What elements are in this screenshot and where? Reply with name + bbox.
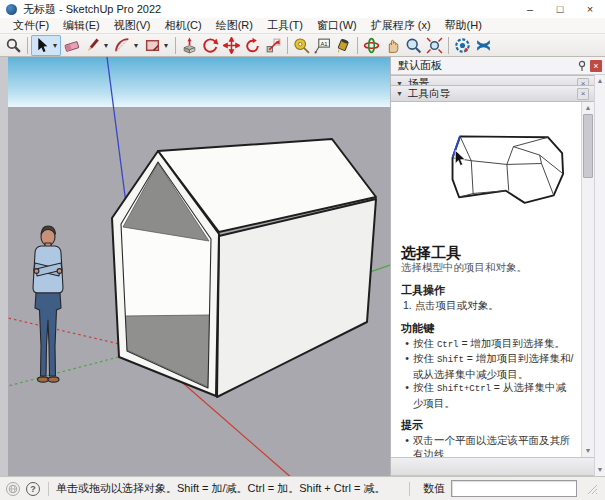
panel-scenes-label: 场景 [408,77,429,86]
tray-scrollbar[interactable]: ▲ ▼ [594,75,605,476]
measurement-input[interactable] [451,480,577,497]
instructor-section-heading: 功能键 [401,322,575,335]
orbit-tool-button[interactable] [361,35,382,56]
collapsed-panel-strip[interactable] [391,458,594,476]
tray-header[interactable]: 默认面板 × [391,57,605,75]
menu-item-0[interactable]: 文件(F) [6,18,56,33]
pin-icon[interactable] [577,60,587,72]
text-icon: A1 [314,37,331,54]
resize-grip[interactable] [587,484,597,494]
geolocation-icon[interactable] [6,482,20,496]
arc-icon [114,37,131,54]
menu-item-5[interactable]: 工具(T) [260,18,310,33]
offset-icon [202,37,219,54]
rotate-tool-button[interactable] [242,35,263,56]
default-tray: 默认面板 × ▼ 场景 × [390,57,605,476]
titlebar: 无标题 - SketchUp Pro 2022 – □ × [0,0,605,18]
text-tool-button[interactable]: A1 [312,35,333,56]
menu-item-7[interactable]: 扩展程序 (x) [364,18,438,33]
window-left-edge [0,57,8,476]
tape-measure-tool-button[interactable] [291,35,312,56]
menu-item-1[interactable]: 编辑(E) [56,18,107,33]
instructor-scrollbar[interactable]: ▲ ▼ [581,102,594,457]
menu-item-6[interactable]: 窗口(W) [310,18,364,33]
push-pull-icon [181,37,198,54]
tape-measure-icon [293,37,310,54]
arc-tool-button[interactable]: ▾ [112,35,142,56]
3d-viewport[interactable] [8,57,390,476]
sky [8,57,390,107]
eraser-icon [63,37,80,54]
instructor-panel: 选择工具 选择模型中的项目和对象。 工具操作1. 点击项目或对象。功能键•按住 … [391,102,594,458]
scroll-down-icon[interactable]: ▼ [585,447,592,455]
toolbar: ▾▾▾▾A1 [0,34,605,57]
line-icon [84,37,101,54]
instructor-section-heading: 工具操作 [401,284,575,297]
panel-scenes-bar[interactable]: ▼ 场景 × [391,75,594,85]
menu-item-8[interactable]: 帮助(H) [438,18,489,33]
3d-warehouse-tool-button[interactable] [473,35,494,56]
toolbar-separator [27,37,28,54]
line-tool-button[interactable]: ▾ [82,35,112,56]
statusbar-separator [409,482,410,496]
menubar: 文件(F)编辑(E)视图(V)相机(C)绘图(R)工具(T)窗口(W)扩展程序 … [0,18,605,34]
paint-bucket-tool-button[interactable] [333,35,354,56]
select-tool-button[interactable]: ▾ [31,35,61,56]
rectangle-tool-button[interactable]: ▾ [142,35,172,56]
minimize-button[interactable]: – [515,0,545,18]
zoom-tool-button[interactable] [403,35,424,56]
offset-tool-button[interactable] [200,35,221,56]
instructor-tool-title: 选择工具 [401,244,575,261]
arc-dropdown-arrow[interactable]: ▾ [131,41,140,50]
push-pull-tool-button[interactable] [179,35,200,56]
search-icon [5,37,22,54]
svg-text:A1: A1 [320,40,327,46]
panel-scenes-clipped: ▼ 场景 × [391,75,594,85]
measurement-label: 数值 [423,481,445,496]
instructor-section-heading: 提示 [401,419,575,432]
rectangle-icon [144,37,161,54]
panel-scenes-close-button[interactable]: × [577,78,589,86]
statusbar-separator [48,482,49,496]
instructor-item: •按住 Shift = 增加项目到选择集和/或从选择集中减少项目。 [401,352,575,381]
maximize-button[interactable]: □ [545,0,575,18]
select-icon [33,37,50,54]
menu-item-4[interactable]: 绘图(R) [209,18,260,33]
scale-tool-button[interactable] [263,35,284,56]
scroll-up-icon[interactable]: ▲ [585,104,592,112]
rectangle-dropdown-arrow[interactable]: ▾ [161,41,170,50]
scroll-up-icon[interactable]: ▲ [597,77,604,85]
toolbar-separator [287,37,288,54]
panel-instructor-close-button[interactable]: × [577,88,589,100]
scroll-down-icon[interactable]: ▼ [597,466,604,474]
menu-item-3[interactable]: 相机(C) [157,18,208,33]
3d-warehouse-icon [475,37,492,54]
app-icon [6,4,17,15]
pan-tool-button[interactable] [382,35,403,56]
instructor-tool-desc: 选择模型中的项目和对象。 [401,261,575,274]
panel-instructor-bar[interactable]: ▼ 工具向导 × [391,85,594,102]
extension-warehouse-tool-button[interactable] [452,35,473,56]
scale-icon [265,37,282,54]
scrollbar-thumb[interactable] [583,114,593,178]
statusbar: ? 单击或拖动以选择对象。Shift = 加/减。Ctrl = 加。Shift … [0,476,605,500]
move-icon [223,37,240,54]
pan-icon [384,37,401,54]
tray-close-button[interactable]: × [590,60,602,72]
menu-item-2[interactable]: 视图(V) [107,18,158,33]
rotate-icon [244,37,261,54]
panel-instructor-label: 工具向导 [408,87,450,101]
instructor-house-illustration [401,108,579,234]
tray-title: 默认面板 [398,58,442,73]
help-icon[interactable]: ? [26,482,40,496]
search-tool-button[interactable] [3,35,24,56]
zoom-extents-tool-button[interactable] [424,35,445,56]
window-title: 无标题 - SketchUp Pro 2022 [23,2,161,17]
statusbar-hint: 单击或拖动以选择对象。Shift = 加/减。Ctrl = 加。Shift + … [56,481,385,496]
select-dropdown-arrow[interactable]: ▾ [50,41,59,50]
eraser-tool-button[interactable] [61,35,82,56]
line-dropdown-arrow[interactable]: ▾ [101,41,110,50]
close-button[interactable]: × [575,0,605,18]
move-tool-button[interactable] [221,35,242,56]
toolbar-separator [357,37,358,54]
